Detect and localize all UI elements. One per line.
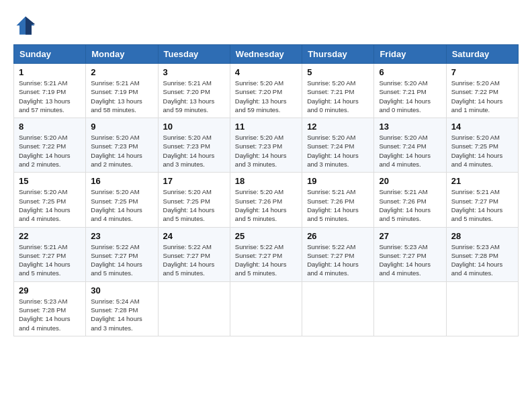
day-number: 6 bbox=[379, 67, 441, 77]
table-row bbox=[230, 281, 302, 336]
table-row: 23Sunrise: 5:22 AMSunset: 7:27 PMDayligh… bbox=[86, 227, 158, 281]
day-info: Sunrise: 5:23 AMSunset: 7:28 PMDaylight:… bbox=[451, 242, 513, 278]
day-info: Sunrise: 5:21 AMSunset: 7:19 PMDaylight:… bbox=[19, 79, 81, 114]
day-number: 20 bbox=[379, 176, 441, 186]
table-row bbox=[158, 281, 230, 336]
calendar-header-row: Sunday Monday Tuesday Wednesday Thursday… bbox=[14, 45, 519, 64]
day-number: 19 bbox=[307, 176, 369, 186]
day-number: 13 bbox=[379, 122, 441, 132]
day-info: Sunrise: 5:20 AMSunset: 7:25 PMDaylight:… bbox=[163, 187, 225, 223]
day-number: 5 bbox=[307, 67, 369, 77]
day-info: Sunrise: 5:20 AMSunset: 7:24 PMDaylight:… bbox=[307, 133, 369, 169]
table-row: 24Sunrise: 5:22 AMSunset: 7:27 PMDayligh… bbox=[158, 227, 230, 281]
day-info: Sunrise: 5:22 AMSunset: 7:27 PMDaylight:… bbox=[91, 242, 152, 278]
day-info: Sunrise: 5:20 AMSunset: 7:20 PMDaylight:… bbox=[235, 79, 297, 114]
table-row: 8Sunrise: 5:20 AMSunset: 7:22 PMDaylight… bbox=[14, 118, 86, 173]
table-row: 27Sunrise: 5:23 AMSunset: 7:27 PMDayligh… bbox=[374, 227, 446, 281]
table-row: 18Sunrise: 5:20 AMSunset: 7:26 PMDayligh… bbox=[230, 173, 302, 227]
calendar-week-row: 8Sunrise: 5:20 AMSunset: 7:22 PMDaylight… bbox=[14, 118, 519, 173]
day-number: 15 bbox=[19, 176, 81, 186]
table-row bbox=[374, 281, 446, 336]
day-info: Sunrise: 5:23 AMSunset: 7:28 PMDaylight:… bbox=[19, 297, 81, 332]
day-info: Sunrise: 5:21 AMSunset: 7:20 PMDaylight:… bbox=[163, 79, 225, 114]
day-info: Sunrise: 5:20 AMSunset: 7:22 PMDaylight:… bbox=[451, 79, 513, 114]
table-row: 19Sunrise: 5:21 AMSunset: 7:26 PMDayligh… bbox=[302, 173, 374, 227]
day-number: 25 bbox=[235, 231, 297, 241]
day-info: Sunrise: 5:20 AMSunset: 7:23 PMDaylight:… bbox=[163, 133, 225, 169]
calendar-week-row: 22Sunrise: 5:21 AMSunset: 7:27 PMDayligh… bbox=[14, 227, 519, 281]
table-row: 13Sunrise: 5:20 AMSunset: 7:24 PMDayligh… bbox=[374, 118, 446, 173]
logo-icon bbox=[13, 13, 38, 38]
table-row: 20Sunrise: 5:21 AMSunset: 7:26 PMDayligh… bbox=[374, 173, 446, 227]
table-row bbox=[302, 281, 374, 336]
day-info: Sunrise: 5:22 AMSunset: 7:27 PMDaylight:… bbox=[163, 242, 225, 278]
table-row: 12Sunrise: 5:20 AMSunset: 7:24 PMDayligh… bbox=[302, 118, 374, 173]
day-number: 29 bbox=[19, 285, 81, 295]
calendar-week-row: 15Sunrise: 5:20 AMSunset: 7:25 PMDayligh… bbox=[14, 173, 519, 227]
day-number: 17 bbox=[163, 176, 225, 186]
day-number: 14 bbox=[451, 122, 513, 132]
day-info: Sunrise: 5:22 AMSunset: 7:27 PMDaylight:… bbox=[307, 242, 369, 278]
logo bbox=[13, 13, 40, 38]
table-row: 25Sunrise: 5:22 AMSunset: 7:27 PMDayligh… bbox=[230, 227, 302, 281]
table-row: 3Sunrise: 5:21 AMSunset: 7:20 PMDaylight… bbox=[158, 64, 230, 118]
day-info: Sunrise: 5:23 AMSunset: 7:27 PMDaylight:… bbox=[379, 242, 441, 278]
table-row: 15Sunrise: 5:20 AMSunset: 7:25 PMDayligh… bbox=[14, 173, 86, 227]
table-row: 6Sunrise: 5:20 AMSunset: 7:21 PMDaylight… bbox=[374, 64, 446, 118]
day-info: Sunrise: 5:20 AMSunset: 7:25 PMDaylight:… bbox=[91, 187, 152, 223]
table-row: 22Sunrise: 5:21 AMSunset: 7:27 PMDayligh… bbox=[14, 227, 86, 281]
day-info: Sunrise: 5:20 AMSunset: 7:21 PMDaylight:… bbox=[307, 79, 369, 114]
table-row: 11Sunrise: 5:20 AMSunset: 7:23 PMDayligh… bbox=[230, 118, 302, 173]
col-thursday: Thursday bbox=[302, 45, 374, 64]
table-row: 17Sunrise: 5:20 AMSunset: 7:25 PMDayligh… bbox=[158, 173, 230, 227]
day-number: 24 bbox=[163, 231, 225, 241]
day-info: Sunrise: 5:21 AMSunset: 7:27 PMDaylight:… bbox=[451, 187, 513, 223]
day-info: Sunrise: 5:21 AMSunset: 7:26 PMDaylight:… bbox=[379, 187, 441, 223]
calendar-week-row: 29Sunrise: 5:23 AMSunset: 7:28 PMDayligh… bbox=[14, 281, 519, 336]
table-row: 26Sunrise: 5:22 AMSunset: 7:27 PMDayligh… bbox=[302, 227, 374, 281]
table-row: 7Sunrise: 5:20 AMSunset: 7:22 PMDaylight… bbox=[446, 64, 518, 118]
day-number: 26 bbox=[307, 231, 369, 241]
col-sunday: Sunday bbox=[14, 45, 86, 64]
day-info: Sunrise: 5:21 AMSunset: 7:26 PMDaylight:… bbox=[307, 187, 369, 223]
col-monday: Monday bbox=[86, 45, 158, 64]
day-number: 10 bbox=[163, 122, 225, 132]
day-number: 16 bbox=[91, 176, 152, 186]
day-number: 30 bbox=[91, 285, 152, 295]
page-header bbox=[13, 13, 519, 38]
table-row: 30Sunrise: 5:24 AMSunset: 7:28 PMDayligh… bbox=[86, 281, 158, 336]
col-friday: Friday bbox=[374, 45, 446, 64]
col-saturday: Saturday bbox=[446, 45, 518, 64]
col-wednesday: Wednesday bbox=[230, 45, 302, 64]
table-row: 21Sunrise: 5:21 AMSunset: 7:27 PMDayligh… bbox=[446, 173, 518, 227]
day-number: 2 bbox=[91, 67, 152, 77]
col-tuesday: Tuesday bbox=[158, 45, 230, 64]
day-info: Sunrise: 5:21 AMSunset: 7:27 PMDaylight:… bbox=[19, 242, 81, 278]
day-info: Sunrise: 5:21 AMSunset: 7:19 PMDaylight:… bbox=[91, 79, 152, 114]
day-number: 23 bbox=[91, 231, 152, 241]
day-info: Sunrise: 5:22 AMSunset: 7:27 PMDaylight:… bbox=[235, 242, 297, 278]
table-row: 14Sunrise: 5:20 AMSunset: 7:25 PMDayligh… bbox=[446, 118, 518, 173]
day-info: Sunrise: 5:20 AMSunset: 7:25 PMDaylight:… bbox=[451, 133, 513, 169]
table-row bbox=[446, 281, 518, 336]
day-number: 4 bbox=[235, 67, 297, 77]
day-number: 28 bbox=[451, 231, 513, 241]
day-number: 11 bbox=[235, 122, 297, 132]
day-number: 22 bbox=[19, 231, 81, 241]
table-row: 1Sunrise: 5:21 AMSunset: 7:19 PMDaylight… bbox=[14, 64, 86, 118]
calendar-week-row: 1Sunrise: 5:21 AMSunset: 7:19 PMDaylight… bbox=[14, 64, 519, 118]
day-info: Sunrise: 5:20 AMSunset: 7:26 PMDaylight:… bbox=[235, 187, 297, 223]
day-number: 8 bbox=[19, 122, 81, 132]
day-info: Sunrise: 5:20 AMSunset: 7:25 PMDaylight:… bbox=[19, 187, 81, 223]
day-number: 12 bbox=[307, 122, 369, 132]
day-info: Sunrise: 5:24 AMSunset: 7:28 PMDaylight:… bbox=[91, 297, 152, 332]
day-number: 27 bbox=[379, 231, 441, 241]
day-number: 18 bbox=[235, 176, 297, 186]
table-row: 2Sunrise: 5:21 AMSunset: 7:19 PMDaylight… bbox=[86, 64, 158, 118]
table-row: 10Sunrise: 5:20 AMSunset: 7:23 PMDayligh… bbox=[158, 118, 230, 173]
day-number: 1 bbox=[19, 67, 81, 77]
day-info: Sunrise: 5:20 AMSunset: 7:23 PMDaylight:… bbox=[91, 133, 152, 169]
table-row: 4Sunrise: 5:20 AMSunset: 7:20 PMDaylight… bbox=[230, 64, 302, 118]
table-row: 5Sunrise: 5:20 AMSunset: 7:21 PMDaylight… bbox=[302, 64, 374, 118]
day-number: 21 bbox=[451, 176, 513, 186]
